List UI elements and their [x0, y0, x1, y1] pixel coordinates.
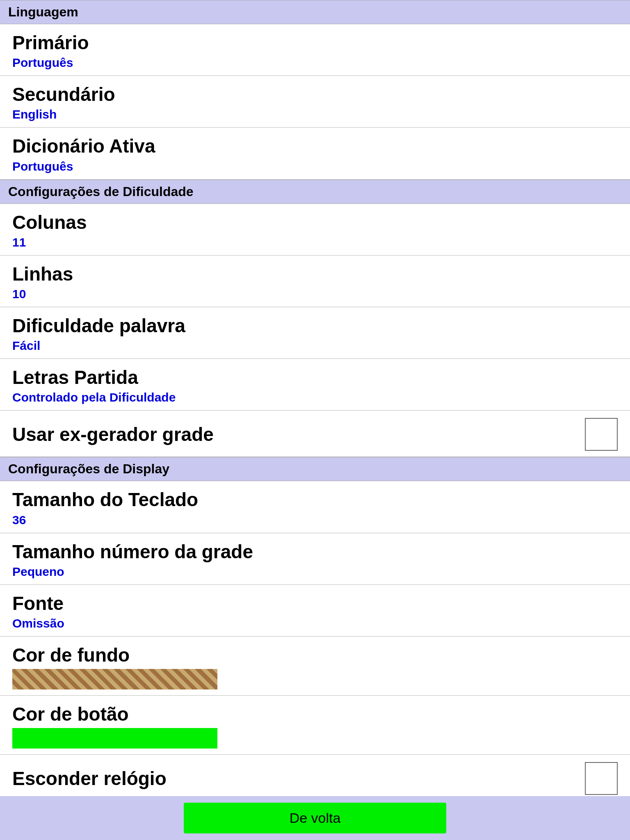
setting-tamanho-numero-grade[interactable]: Tamanho número da grade Pequeno: [0, 533, 630, 585]
back-button[interactable]: De volta: [184, 803, 446, 833]
setting-primario[interactable]: Primário Português: [0, 24, 630, 76]
esconder-relogio-label: Esconder relógio: [12, 767, 167, 790]
settings-page: Linguagem Primário Português Secundário …: [0, 0, 630, 840]
cor-fundo-swatch[interactable]: [12, 669, 217, 689]
linhas-label: Linhas: [12, 263, 73, 285]
dicionario-ativa-value: Português: [12, 160, 155, 173]
tamanho-teclado-value: 36: [12, 513, 198, 527]
setting-dicionario-ativa[interactable]: Dicionário Ativa Português: [0, 128, 630, 179]
setting-linhas[interactable]: Linhas 10: [0, 256, 630, 307]
setting-dificuldade-palavra[interactable]: Dificuldade palavra Fácil: [0, 307, 630, 359]
fonte-value: Omissão: [12, 616, 64, 630]
usar-exgerador-label: Usar ex-gerador grade: [12, 423, 214, 446]
tamanho-numero-grade-value: Pequeno: [12, 565, 253, 579]
esconder-relogio-checkbox[interactable]: [585, 762, 618, 795]
secundario-value: English: [12, 107, 115, 121]
primario-label: Primário: [12, 32, 89, 54]
secundario-label: Secundário: [12, 83, 115, 106]
tamanho-teclado-label: Tamanho do Teclado: [12, 488, 198, 511]
setting-cor-botao[interactable]: Cor de botão: [0, 696, 630, 755]
letras-partida-label: Letras Partida: [12, 366, 176, 389]
dicionario-ativa-label: Dicionário Ativa: [12, 135, 155, 158]
linguagem-section-header: Linguagem: [0, 0, 630, 24]
dificuldade-section-header: Configurações de Dificuldade: [0, 180, 630, 204]
dificuldade-palavra-label: Dificuldade palavra: [12, 315, 185, 337]
colunas-value: 11: [12, 235, 87, 249]
setting-esconder-relogio[interactable]: Esconder relógio: [0, 755, 630, 801]
setting-colunas[interactable]: Colunas 11: [0, 204, 630, 256]
setting-letras-partida[interactable]: Letras Partida Controlado pela Dificulda…: [0, 359, 630, 411]
setting-secundario[interactable]: Secundário English: [0, 76, 630, 128]
display-section-header: Configurações de Display: [0, 457, 630, 481]
setting-cor-fundo[interactable]: Cor de fundo: [0, 637, 630, 696]
linhas-value: 10: [12, 287, 73, 301]
colunas-label: Colunas: [12, 211, 87, 234]
usar-exgerador-checkbox[interactable]: [585, 418, 618, 451]
cor-fundo-label: Cor de fundo: [12, 644, 217, 667]
letras-partida-value: Controlado pela Dificuldade: [12, 390, 176, 404]
primario-value: Português: [12, 56, 89, 70]
setting-usar-exgerador[interactable]: Usar ex-gerador grade: [0, 411, 630, 457]
setting-tamanho-teclado[interactable]: Tamanho do Teclado 36: [0, 481, 630, 533]
dificuldade-palavra-value: Fácil: [12, 339, 185, 353]
tamanho-numero-grade-label: Tamanho número da grade: [12, 541, 253, 563]
bottom-bar: De volta: [0, 796, 630, 840]
setting-fonte[interactable]: Fonte Omissão: [0, 585, 630, 637]
cor-botao-label: Cor de botão: [12, 703, 217, 726]
cor-botao-swatch[interactable]: [12, 728, 217, 749]
fonte-label: Fonte: [12, 592, 64, 615]
